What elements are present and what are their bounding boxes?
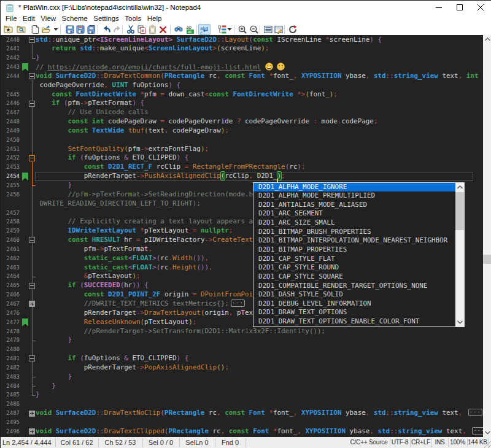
save-button[interactable] xyxy=(65,25,75,34)
line-number[interactable]: 2476 xyxy=(1,309,20,318)
dropdown-arrow-icon[interactable] xyxy=(53,28,58,31)
autocomplete-item[interactable]: D2D1_CAP_STYLE_ROUND xyxy=(253,263,455,272)
status-ch[interactable]: Ch 52 / 53 xyxy=(98,437,142,448)
menu-settings[interactable]: Settings xyxy=(90,14,122,24)
line-number[interactable]: 2455 xyxy=(1,181,20,190)
fold-collapse-icon[interactable] xyxy=(29,37,35,43)
line-number[interactable]: 2477 xyxy=(1,318,20,327)
line-number[interactable]: 2440 xyxy=(1,36,20,45)
line-number[interactable]: 2460 xyxy=(1,236,20,245)
save-as-button[interactable] xyxy=(75,25,85,34)
autocomplete-item[interactable]: D2D1_ARC_SEGMENT xyxy=(253,209,455,218)
open-file-button[interactable] xyxy=(41,25,51,34)
code-line-2447[interactable]: 2447// Use Unicode calls xyxy=(1,108,483,117)
line-number[interactable]: 2482 xyxy=(1,363,20,373)
popup-scroll-up-icon[interactable] xyxy=(455,183,464,191)
fold-collapse-icon[interactable] xyxy=(29,73,35,79)
minimize-button[interactable] xyxy=(428,1,449,14)
line-number[interactable]: 2458 xyxy=(1,217,20,226)
autocomplete-item[interactable]: D2D1_DASH_STYLE_SOLID xyxy=(253,290,455,299)
line-number[interactable]: 2445 xyxy=(1,90,20,99)
reload-button[interactable] xyxy=(288,25,298,34)
line-number[interactable]: 2466 xyxy=(1,290,20,299)
line-number[interactable]: 2483 xyxy=(1,373,20,382)
autocomplete-item[interactable]: D2D1_ANTIALIAS_MODE_ALIASED xyxy=(253,201,455,210)
code-line-2440[interactable]: 2440std::unique_ptr<IScreenLineLayout> S… xyxy=(1,36,483,45)
word-wrap-button[interactable]: abc xyxy=(198,24,211,35)
autocomplete-item[interactable]: D2D1_DEBUG_LEVEL_INFORMATION xyxy=(253,299,455,309)
maximize-button[interactable] xyxy=(449,1,470,14)
edit-document-button[interactable] xyxy=(274,25,284,34)
status-ins[interactable]: INS xyxy=(431,437,448,448)
menu-edit[interactable]: Edit xyxy=(20,14,37,24)
fold-expand-icon[interactable] xyxy=(29,301,35,307)
status-cc++[interactable]: C/C++ Source xyxy=(348,437,390,448)
copy-button[interactable] xyxy=(137,25,147,34)
code-line-2446[interactable]: 2446if (pfm->pTextFormat) { xyxy=(1,99,483,108)
autocomplete-item[interactable]: D2D1_BITMAP_INTERPOLATION_MODE_NEAREST_N… xyxy=(253,236,455,245)
code-line-2484[interactable]: 2484} xyxy=(1,382,483,391)
status-utf8[interactable]: UTF-8 xyxy=(390,437,410,448)
line-number[interactable]: 2448 xyxy=(1,117,20,126)
line-number[interactable]: 2456 xyxy=(1,190,20,199)
fold-collapse-icon[interactable] xyxy=(29,237,35,243)
close-button[interactable] xyxy=(470,1,491,14)
editor-vertical-scrollbar[interactable] xyxy=(483,35,491,437)
autocomplete-item[interactable]: D2D1_CAP_STYLE_FLAT xyxy=(253,255,455,264)
menu-help[interactable]: Help xyxy=(144,14,164,24)
code-line-2483[interactable]: 2483} xyxy=(1,373,483,382)
code-line-2442[interactable]: 2442} xyxy=(1,53,483,63)
code-line-2454[interactable]: 2454pRenderTarget->PushAxisAlignedClip(r… xyxy=(1,172,483,181)
scroll-down-arrow-icon[interactable] xyxy=(483,428,491,437)
code-line-2482[interactable]: 2482pRenderTarget->PopAxisAlignedClip(); xyxy=(1,363,483,373)
status-col[interactable]: Col 61 / 62 xyxy=(55,437,98,448)
fold-collapse-icon[interactable] xyxy=(29,283,35,289)
menu-scheme[interactable]: Scheme xyxy=(59,14,91,24)
line-number[interactable]: 2467 xyxy=(1,299,20,309)
view-document-button[interactable] xyxy=(263,25,273,34)
folder-browse-button[interactable] xyxy=(17,25,26,34)
status-144[interactable]: 144 KB xyxy=(467,437,488,448)
line-number[interactable]: 2486 xyxy=(1,400,20,409)
menu-file[interactable]: File xyxy=(2,14,20,24)
fold-collapse-icon[interactable] xyxy=(29,101,35,107)
delete-button[interactable] xyxy=(158,25,168,34)
folded-text-ellipsis[interactable]: ··· xyxy=(472,427,483,434)
menu-view[interactable]: View xyxy=(37,14,58,24)
status-selln[interactable]: SelLn 0 xyxy=(179,437,215,448)
fold-collapse-icon[interactable] xyxy=(29,155,35,161)
autocomplete-item[interactable]: D2D1_DRAW_TEXT_OPTIONS_ENABLE_COLOR_FONT xyxy=(253,317,455,326)
code-line-2441[interactable]: 2441return std::make_unique<ScreenLineLa… xyxy=(1,44,483,53)
scroll-up-arrow-icon[interactable] xyxy=(483,35,491,44)
line-number[interactable]: 2487 xyxy=(1,409,20,418)
line-number[interactable]: 2465 xyxy=(1,281,20,290)
autocomplete-item[interactable]: D2D1_ARC_SIZE_SMALL xyxy=(253,218,455,228)
code-line-2478[interactable]: 2478//pRenderTarget->SetTransform(D2D1::… xyxy=(1,327,483,336)
find-button[interactable] xyxy=(174,25,184,34)
code-line-2453[interactable]: 2453const D2D1_RECT_F rcClip = Rectangle… xyxy=(1,163,483,172)
scheme-config-button[interactable] xyxy=(217,25,227,34)
code-line-2481[interactable]: 2481if (fuOptions & ETO_CLIPPED) { xyxy=(1,354,483,363)
line-number[interactable]: 2453 xyxy=(1,163,20,172)
save-copy-button[interactable] xyxy=(87,25,96,34)
line-number[interactable]: 2481 xyxy=(1,354,20,363)
line-number[interactable]: 2478 xyxy=(1,327,20,336)
code-line-wrap[interactable]: codePageOverride, UINT fuOptions) { xyxy=(1,81,483,90)
popup-scroll-down-icon[interactable] xyxy=(455,318,464,326)
line-number[interactable]: 2463 xyxy=(1,263,20,272)
code-line-2449[interactable]: 2449const TextWide tbuf(text, codePageDr… xyxy=(1,126,483,136)
line-number[interactable]: 2452 xyxy=(1,153,20,163)
code-line-2487[interactable]: 2487void SurfaceD2D::DrawTextNoClip(PRec… xyxy=(1,409,483,418)
code-line-2485[interactable]: 2485} xyxy=(1,390,483,400)
dropdown-arrow-icon[interactable] xyxy=(227,28,232,31)
code-line-2450[interactable]: 2450 xyxy=(1,136,483,145)
folded-text-ellipsis[interactable]: ··· xyxy=(468,409,482,416)
code-line-2479[interactable]: 2479} xyxy=(1,336,483,345)
redo-button[interactable] xyxy=(112,25,122,34)
folded-text-ellipsis[interactable]: ··· xyxy=(231,299,245,307)
autocomplete-item[interactable]: D2D1_CAP_STYLE_SQUARE xyxy=(253,272,455,282)
line-number[interactable]: 2444 xyxy=(1,72,20,81)
status-ln[interactable]: Ln 2,454 / 4,444 xyxy=(1,437,55,448)
folder-favorites-button[interactable] xyxy=(4,25,14,34)
line-number[interactable]: 2446 xyxy=(1,99,20,108)
